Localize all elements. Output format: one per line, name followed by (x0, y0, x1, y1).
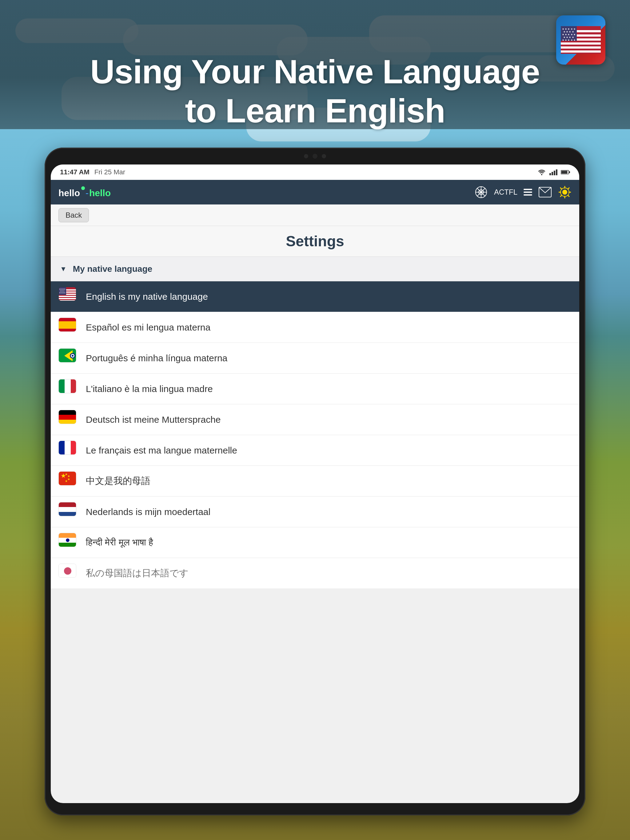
status-bar: 11:47 AM Fri 25 Mar (51, 164, 579, 180)
svg-rect-61 (65, 379, 71, 393)
lang-text-pt: Português é minha língua materna (86, 353, 227, 363)
lang-text-en: English is my native language (86, 292, 208, 302)
tablet-device: 11:47 AM Fri 25 Mar (44, 148, 586, 815)
lang-text-fr: Le français est ma langue maternelle (86, 445, 237, 456)
svg-point-32 (562, 190, 567, 195)
svg-text:★ ★ ★ ★ ★: ★ ★ ★ ★ ★ (562, 28, 576, 30)
language-item-pt[interactable]: Português é minha língua materna (51, 343, 579, 374)
svg-text:★: ★ (67, 477, 70, 481)
svg-rect-78 (59, 533, 76, 538)
svg-line-39 (568, 195, 570, 197)
flag-nl (59, 502, 78, 522)
svg-rect-16 (554, 171, 555, 175)
language-item-de[interactable]: Deutsch ist meine Muttersprache (51, 404, 579, 435)
svg-point-22 (81, 186, 85, 190)
svg-point-59 (72, 355, 73, 357)
logo-svg: hello - hello (59, 185, 120, 200)
svg-line-41 (560, 195, 562, 197)
svg-rect-65 (59, 420, 76, 424)
svg-text:★: ★ (65, 479, 68, 483)
settings-title: Settings (286, 233, 344, 249)
flag-it (59, 379, 78, 399)
back-area: Back (51, 204, 579, 226)
svg-line-38 (560, 188, 562, 189)
language-item-ja[interactable]: 私の母国語は日本語です (51, 558, 579, 589)
svg-rect-17 (556, 169, 557, 175)
status-date: Fri 25 Mar (95, 168, 125, 176)
language-list: ★★★★★ ★★★★ ★★★★★ English is my native la… (51, 281, 579, 589)
lang-text-es: Español es mi lengua materna (86, 322, 211, 333)
svg-rect-77 (59, 512, 76, 516)
svg-rect-15 (552, 172, 553, 175)
settings-title-area: Settings (51, 226, 579, 257)
flag-pt (59, 348, 78, 368)
language-item-zh[interactable]: ★ ★ ★ ★ ★ 中文是我的母語 (51, 466, 579, 497)
actfl-gear-icon (474, 185, 488, 199)
svg-point-85 (64, 567, 71, 575)
flag-es (59, 317, 78, 337)
svg-text:★ ★ ★ ★ ★: ★ ★ ★ ★ ★ (562, 33, 576, 36)
flag-de (59, 410, 78, 429)
nav-logo: hello - hello (59, 185, 120, 200)
tablet-screen: 11:47 AM Fri 25 Mar (51, 164, 579, 803)
svg-text:★ ★ ★ ★: ★ ★ ★ ★ (563, 36, 574, 39)
flag-ja (59, 564, 78, 583)
lang-text-ja: 私の母国語は日本語です (86, 567, 188, 579)
status-time: 11:47 AM (60, 168, 90, 176)
svg-rect-66 (59, 441, 65, 455)
svg-rect-76 (59, 507, 76, 512)
svg-rect-68 (71, 441, 76, 455)
svg-rect-19 (569, 171, 570, 173)
svg-text:★★★★★: ★★★★★ (59, 292, 65, 294)
lang-text-nl: Nederlands is mijn moedertaal (86, 507, 211, 517)
svg-rect-4 (561, 43, 601, 44)
language-item-fr[interactable]: Le français est ma langue maternelle (51, 435, 579, 466)
svg-rect-80 (59, 543, 76, 547)
flag-en: ★★★★★ ★★★★ ★★★★★ (59, 287, 78, 306)
svg-text:★ ★ ★ ★: ★ ★ ★ ★ (563, 30, 574, 33)
svg-rect-63 (59, 410, 76, 415)
battery-icon (561, 170, 570, 175)
flag-hi (59, 533, 78, 553)
actfl-label: ACTFL (494, 188, 518, 196)
svg-rect-20 (561, 171, 568, 174)
svg-rect-47 (59, 298, 76, 299)
back-button[interactable]: Back (59, 208, 89, 222)
nav-right: ACTFL (474, 185, 571, 199)
section-label: My native language (73, 264, 152, 274)
language-item-en[interactable]: ★★★★★ ★★★★ ★★★★★ English is my native la… (51, 281, 579, 312)
svg-text:hello: hello (89, 188, 111, 198)
language-item-hi[interactable]: हिन्दी मेरी मूल भाषा है (51, 527, 579, 558)
sun-icon (558, 185, 571, 199)
svg-text:-: - (85, 188, 89, 198)
tablet-camera-bar (304, 153, 326, 159)
nav-bar: hello - hello ACTFL (51, 180, 579, 204)
page-title-text: Using Your Native Language to Learn Engl… (25, 52, 605, 130)
svg-rect-64 (59, 415, 76, 420)
status-icons (537, 169, 570, 175)
svg-point-13 (541, 174, 542, 175)
wifi-icon (537, 169, 546, 175)
section-header[interactable]: ▼ My native language (51, 257, 579, 281)
language-item-es[interactable]: Español es mi lengua materna (51, 312, 579, 343)
svg-rect-67 (65, 441, 71, 455)
flag-fr (59, 441, 78, 460)
language-item-nl[interactable]: Nederlands is mijn moedertaal (51, 497, 579, 527)
svg-line-40 (568, 188, 570, 189)
flag-zh: ★ ★ ★ ★ ★ (59, 471, 78, 491)
svg-rect-48 (59, 300, 76, 301)
mail-icon (538, 186, 552, 198)
lang-text-hi: हिन्दी मेरी मूल भाषा है (86, 537, 153, 548)
svg-rect-62 (71, 379, 76, 393)
page-title-area: Using Your Native Language to Learn Engl… (0, 52, 630, 130)
lang-text-de: Deutsch ist meine Muttersprache (86, 414, 221, 425)
language-item-it[interactable]: L'italiano è la mia lingua madre (51, 374, 579, 404)
svg-text:★ ★ ★ ★ ★: ★ ★ ★ ★ ★ (562, 39, 576, 41)
lang-text-zh: 中文是我的母語 (86, 475, 150, 487)
lang-text-it: L'italiano è la mia lingua madre (86, 384, 213, 394)
bars-icon (524, 189, 532, 196)
camera-dot-1 (304, 154, 308, 158)
svg-rect-60 (59, 379, 65, 393)
section-arrow: ▼ (60, 265, 67, 273)
front-camera (312, 153, 318, 159)
